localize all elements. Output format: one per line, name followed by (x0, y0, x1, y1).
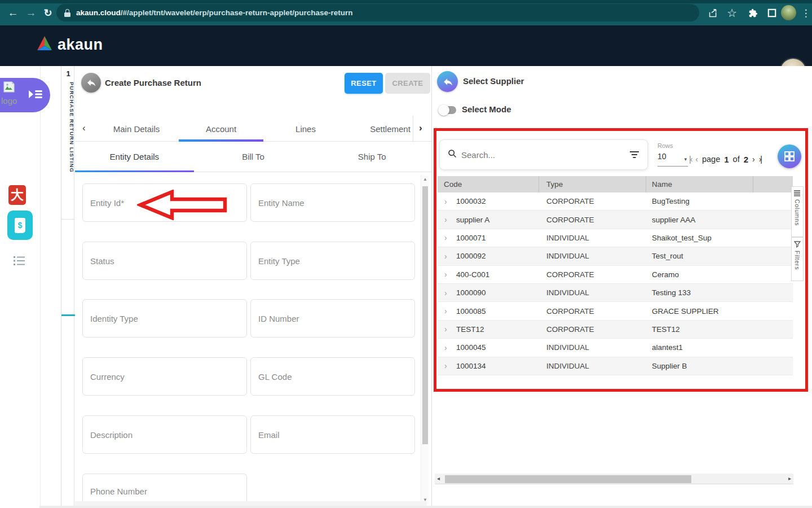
rows-per-page-select[interactable]: 10 ▾ (657, 152, 688, 167)
url-domain: akaun.cloud (76, 8, 121, 17)
row-expand-icon[interactable]: › (438, 252, 456, 261)
table-row[interactable]: ›1000085CORPORATEGRACE SUPPLIER (438, 302, 793, 320)
scrollbar-thumb[interactable] (422, 186, 428, 444)
page: ← → ↻ akaun.cloud/#/applet/tnt/wavelet/e… (0, 0, 812, 508)
subtab-bill-to[interactable]: Bill To (194, 142, 313, 172)
url-bar[interactable]: akaun.cloud/#/applet/tnt/wavelet/erp/pur… (56, 4, 699, 21)
entity-name-field[interactable]: Entity Name (250, 183, 415, 222)
row-expand-icon[interactable]: › (438, 288, 456, 297)
row-expand-icon[interactable]: › (438, 343, 456, 352)
status-field[interactable]: Status (82, 242, 247, 280)
row-expand-icon[interactable]: › (438, 306, 456, 316)
cell-type: CORPORATE (539, 270, 646, 279)
collapse-menu-icon[interactable] (28, 87, 43, 103)
supplier-back-button[interactable] (437, 71, 458, 92)
tab-lines[interactable]: Lines (263, 116, 348, 142)
bookmark-star-icon[interactable]: ☆ (725, 6, 739, 20)
browser-menu-icon[interactable]: ⋮ (799, 6, 812, 20)
form-vertical-scrollbar[interactable]: ▲ ▼ (421, 175, 429, 504)
list-menu-icon[interactable] (14, 256, 25, 266)
cell-name: Shaikot_test_Sup (646, 234, 753, 242)
prev-page-icon[interactable]: ‹ (695, 155, 698, 164)
browser-forward-icon[interactable]: → (24, 6, 38, 20)
tab-account[interactable]: Account (179, 116, 263, 142)
select-mode-toggle[interactable] (438, 104, 457, 116)
share-icon[interactable] (706, 6, 720, 20)
first-page-icon[interactable]: |‹ (689, 155, 691, 164)
filter-list-icon[interactable] (629, 151, 639, 158)
side-panel-icon[interactable] (765, 6, 779, 20)
create-button[interactable]: CREATE (385, 73, 430, 94)
table-row[interactable]: ›1000045INDIVIDUALalantest1 (438, 339, 793, 357)
subtab-ship-to[interactable]: Ship To (312, 142, 431, 172)
gl-code-field[interactable]: GL Code (250, 357, 415, 396)
columns-tab-label: Columns (794, 199, 801, 226)
header-code[interactable]: Code (438, 176, 539, 192)
subtab-entity-details[interactable]: Entity Details (75, 142, 194, 172)
filters-tab[interactable]: Filters (791, 237, 804, 281)
table-row[interactable]: ›1000092INDIVIDUALTest_rout (438, 247, 793, 265)
header-type[interactable]: Type (539, 176, 646, 192)
table-row[interactable]: ›1000090INDIVIDUALTesting 133 (438, 284, 793, 302)
search-input[interactable] (461, 150, 629, 160)
browser-reload-icon[interactable]: ↻ (41, 6, 55, 20)
table-row[interactable]: ›TEST12CORPORATETEST12 (438, 321, 793, 339)
entity-type-field[interactable]: Entity Type (250, 242, 415, 280)
tab-main-details[interactable]: Main Details (94, 116, 179, 142)
cell-type: CORPORATE (539, 325, 646, 334)
identity-type-field[interactable]: Identity Type (82, 299, 247, 338)
description-field[interactable]: Description (82, 415, 247, 454)
table-row[interactable]: ›400-C001CORPORATECeramo (438, 266, 793, 284)
row-expand-icon[interactable]: › (438, 215, 456, 224)
table-row[interactable]: ›1000071INDIVIDUALShaikot_test_Sup (438, 229, 793, 247)
row-expand-icon[interactable]: › (438, 233, 456, 242)
grid-view-button[interactable] (778, 144, 801, 168)
row-expand-icon[interactable]: › (438, 361, 456, 370)
next-page-icon[interactable]: › (752, 155, 755, 164)
tab-settlement[interactable]: Settlement (348, 116, 413, 142)
strip-divider (61, 219, 75, 220)
columns-tab[interactable]: Columns (791, 186, 804, 237)
table-horizontal-scrollbar[interactable]: ◂ ▸ (435, 474, 793, 484)
field-label: Entity Id* (90, 198, 124, 208)
sidebar-app-receipt[interactable]: $ (7, 211, 33, 240)
reset-button[interactable]: RESET (345, 73, 383, 94)
of-word: of (733, 155, 740, 164)
workspace-logo-pill[interactable]: logo (0, 78, 50, 112)
extensions-icon[interactable] (746, 6, 760, 20)
browser-back-icon[interactable]: ← (6, 6, 20, 20)
sidebar-app-bigledger[interactable]: 大 (8, 185, 26, 205)
tabs-scroll-left-icon[interactable]: ‹ (82, 122, 86, 134)
cell-name: Test_rout (646, 252, 753, 260)
brand-name: akaun (58, 36, 103, 54)
row-expand-icon[interactable]: › (438, 270, 456, 279)
currency-field[interactable]: Currency (82, 357, 247, 396)
table-row[interactable]: ›1000032CORPORATEBugTesting (438, 192, 793, 211)
table-row[interactable]: ›supplier ACORPORATEsupplier AAA (438, 211, 793, 229)
tabs-viewport: Main Details Account Lines Settlement (94, 116, 413, 142)
cell-code: 1000134 (456, 362, 539, 370)
table-row[interactable]: ›1000134INDIVIDUALSupplier B (438, 357, 793, 375)
back-button[interactable] (81, 73, 101, 93)
cell-type: INDIVIDUAL (539, 343, 646, 352)
app-header: akaun (0, 25, 812, 66)
listing-tab-index: 1 (61, 69, 75, 78)
scroll-right-icon[interactable]: ▸ (788, 475, 791, 481)
last-page-icon[interactable]: ›| (759, 155, 761, 164)
account-subtabs: Entity Details Bill To Ship To (75, 142, 431, 172)
scroll-left-icon[interactable]: ◂ (437, 475, 440, 481)
broken-image-icon (2, 80, 16, 96)
entity-id-field[interactable]: Entity Id* (82, 183, 247, 222)
id-number-field[interactable]: ID Number (250, 299, 415, 338)
browser-profile-avatar[interactable] (781, 5, 796, 20)
row-expand-icon[interactable]: › (438, 325, 456, 334)
scrollbar-thumb[interactable] (445, 475, 691, 483)
sidebar: 大 $ ⚙ (0, 66, 41, 508)
listing-tab-label[interactable]: PURCHASE RETURN LISTING (61, 82, 75, 173)
email-field[interactable]: Email (250, 415, 415, 454)
tabs-scroll-right-icon[interactable]: › (419, 122, 422, 134)
brand[interactable]: akaun (36, 36, 103, 54)
row-expand-icon[interactable]: › (438, 197, 456, 206)
scroll-up-icon[interactable]: ▲ (421, 177, 429, 182)
header-name[interactable]: Name (646, 176, 753, 192)
